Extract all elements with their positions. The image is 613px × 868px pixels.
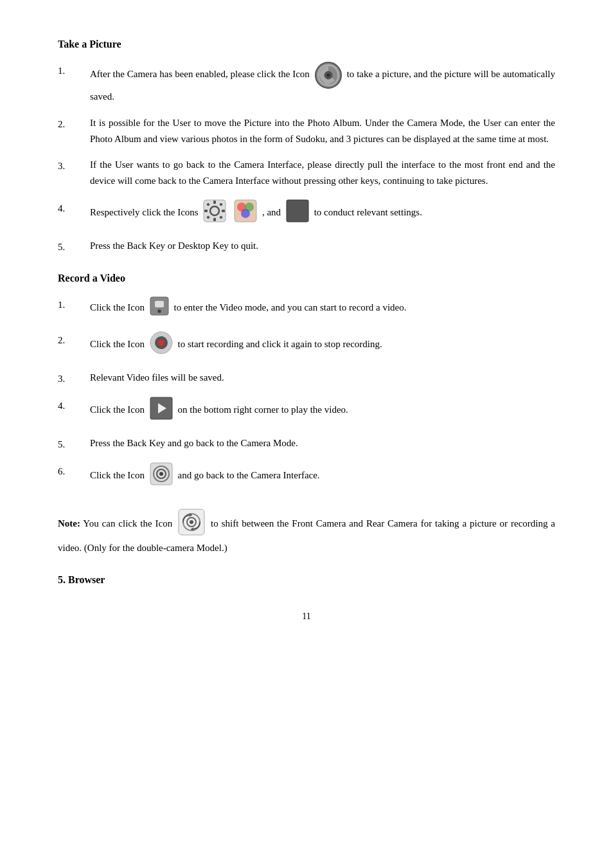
- browser-title: 5. Browser: [58, 574, 555, 586]
- record-video-title: Record a Video: [58, 273, 555, 284]
- svg-point-30: [159, 472, 163, 476]
- take-picture-title: Take a Picture: [58, 39, 555, 50]
- list-content: Click the Icon to enter the Video mode, …: [90, 296, 555, 321]
- list-content: It is possible for the User to move the …: [90, 115, 555, 147]
- list-number: 4.: [58, 199, 90, 216]
- list-number: 2.: [58, 115, 90, 132]
- record-video-list: 1. Click the Icon to enter the Video mod…: [58, 296, 555, 491]
- list-number: 2.: [58, 331, 90, 348]
- list-item: 3. If the User wants to go back to the C…: [58, 157, 555, 189]
- note-block: Note: You can click the Icon to shift be…: [58, 509, 555, 557]
- list-number: 3.: [58, 157, 90, 174]
- list-number: 5.: [58, 238, 90, 255]
- svg-rect-6: [213, 218, 216, 221]
- svg-point-16: [241, 209, 250, 218]
- page-number: 11: [58, 611, 555, 622]
- svg-rect-7: [204, 210, 208, 212]
- list-number: 4.: [58, 397, 90, 413]
- dark-square-icon: [286, 199, 309, 228]
- take-picture-section: Take a Picture 1. After the Camera has b…: [58, 39, 555, 255]
- list-item: 5. Press the Back Key and go back to the…: [58, 435, 555, 452]
- list-number: 1.: [58, 296, 90, 312]
- list-content: After the Camera has been enabled, pleas…: [90, 62, 555, 105]
- svg-rect-17: [287, 200, 308, 222]
- list-item: 1. Click the Icon to enter the Video mod…: [58, 296, 555, 321]
- list-content: Click the Icon and go back to the Camera…: [90, 462, 555, 491]
- record-video-section: Record a Video 1. Click the Icon to ente…: [58, 273, 555, 491]
- play-thumbnail-icon: [150, 397, 173, 425]
- camera-shutter-icon: [315, 62, 342, 89]
- take-picture-list: 1. After the Camera has been enabled, pl…: [58, 62, 555, 255]
- list-item: 3. Relevant Video files will be saved.: [58, 370, 555, 386]
- list-number: 6.: [58, 462, 90, 479]
- list-item: 1. After the Camera has been enabled, pl…: [58, 62, 555, 105]
- list-item: 4. Click the Icon on the bottom right co…: [58, 397, 555, 425]
- svg-point-24: [158, 339, 164, 346]
- list-item: 4. Respectively click the Icons: [58, 199, 555, 228]
- svg-point-2: [326, 73, 330, 77]
- note-label: Note:: [58, 518, 80, 529]
- svg-rect-8: [222, 210, 225, 212]
- list-number: 5.: [58, 435, 90, 452]
- browser-section: 5. Browser: [58, 574, 555, 586]
- list-content: Respectively click the Icons: [90, 199, 555, 228]
- list-item: 2. Click the Icon to start recording and…: [58, 331, 555, 359]
- list-content: Press the Back Key or Desktop Key to qui…: [90, 238, 555, 254]
- svg-point-34: [190, 520, 193, 524]
- record-button-icon: [150, 331, 173, 359]
- camera-lens-icon: [150, 462, 173, 491]
- list-number: 3.: [58, 370, 90, 386]
- list-content: Press the Back Key and go back to the Ca…: [90, 435, 555, 451]
- list-number: 1.: [58, 62, 90, 78]
- list-item: 6. Click the Icon and go back to the Cam…: [58, 462, 555, 491]
- switch-camera-icon: [178, 509, 205, 541]
- svg-point-21: [158, 310, 160, 312]
- list-content: If the User wants to go back to the Came…: [90, 157, 555, 189]
- settings-icon: [203, 199, 226, 228]
- list-item: 5. Press the Back Key or Desktop Key to …: [58, 238, 555, 255]
- svg-rect-19: [155, 301, 164, 307]
- svg-rect-5: [213, 201, 216, 204]
- list-content: Click the Icon on the bottom right corne…: [90, 397, 555, 425]
- list-content: Relevant Video files will be saved.: [90, 370, 555, 386]
- effects-icon: [234, 199, 257, 228]
- list-item: 2. It is possible for the User to move t…: [58, 115, 555, 147]
- video-mode-icon: [150, 296, 169, 321]
- list-content: Click the Icon to start recording and cl…: [90, 331, 555, 359]
